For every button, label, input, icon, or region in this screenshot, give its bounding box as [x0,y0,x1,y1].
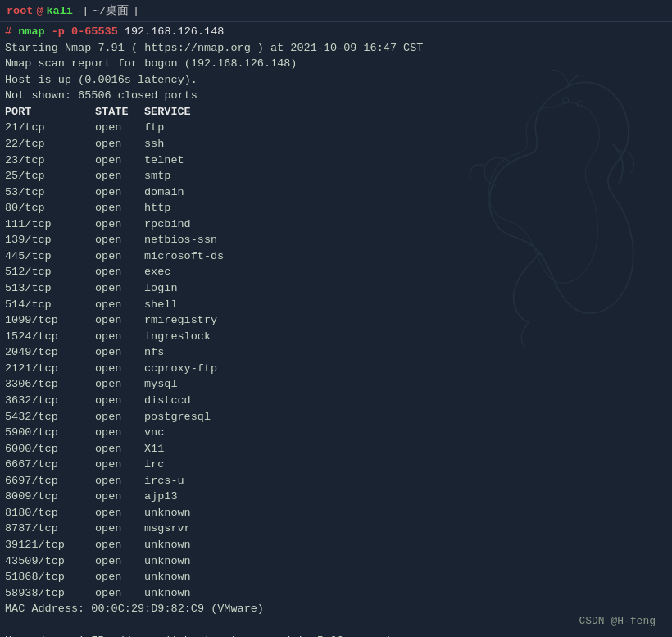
service-cell: ircs-u [144,473,667,489]
state-cell: open [95,184,144,201]
service-cell: vnc [144,425,667,441]
csdn-watermark: CSDN @H-feng [579,615,656,627]
service-cell: distccd [144,393,667,409]
blank-line [5,617,667,634]
service-cell: unknown [144,505,667,521]
host-up-line: Host is up (0.0016s latency). [5,72,667,89]
state-cell: open [95,200,144,216]
port-cell: 25/tcp [5,168,95,184]
service-cell: unknown [144,537,667,553]
state-cell: open [95,248,144,265]
command-nmap: nmap [18,24,44,40]
not-shown-line: Not shown: 65506 closed ports [5,88,667,104]
service-cell: unknown [144,585,667,602]
state-cell: open [95,585,144,602]
service-cell: exec [144,264,667,280]
port-cell: 5432/tcp [5,409,95,425]
port-cell: 445/tcp [5,248,95,265]
port-table-header: PORT STATE SERVICE [5,104,667,121]
state-cell: open [95,393,144,409]
starting-line: Starting Nmap 7.91 ( https://nmap.org ) … [5,40,667,57]
service-cell: unknown [144,569,667,585]
flag-p: -p 0-65535 [52,24,118,40]
port-cell: 23/tcp [5,152,95,169]
service-cell: telnet [144,152,667,169]
port-cell: 1099/tcp [5,312,95,329]
port-cell: 58938/tcp [5,585,95,602]
state-cell: open [95,232,144,248]
port-cell: 1524/tcp [5,329,95,345]
report-line: Nmap scan report for bogon (192.168.126.… [5,56,667,72]
state-cell: open [95,280,144,297]
service-cell: login [144,280,667,297]
port-cell: 8009/tcp [5,489,95,505]
service-cell: http [144,200,667,216]
port-cell: 111/tcp [5,216,95,233]
port-cell: 3632/tcp [5,393,95,409]
service-cell: microsoft-ds [144,248,667,265]
service-cell: unknown [144,553,667,570]
state-cell: open [95,136,144,152]
port-cell: 8180/tcp [5,505,95,521]
service-cell: ajp13 [144,489,667,505]
state-cell: open [95,264,144,280]
port-cell: 80/tcp [5,200,95,216]
port-cell: 6667/tcp [5,457,95,473]
service-cell: msgsrvr [144,521,667,537]
service-cell: netbios-ssn [144,232,667,248]
service-cell: shell [144,297,667,313]
state-header: STATE [95,104,144,121]
service-cell: ingreslock [144,329,667,345]
target-ip: 192.168.126.148 [125,24,225,40]
port-cell: 6697/tcp [5,473,95,489]
state-cell: open [95,409,144,425]
state-cell: open [95,537,144,553]
title-kali: kali [47,5,73,17]
port-cell: 512/tcp [5,264,95,280]
title-path: ~/桌面 [93,3,129,18]
title-root: root [7,5,33,17]
mac-text: MAC Address: 00:0C:29:D9:82:C9 (VMware) [5,601,264,617]
title-bracket-close: ] [132,5,138,17]
prompt-hash: # [5,24,11,40]
state-cell: open [95,297,144,313]
service-cell: postgresql [144,409,667,425]
service-cell: smtp [144,168,667,184]
title-at-symbol: @ [36,5,43,17]
port-cell: 139/tcp [5,232,95,248]
state-cell: open [95,505,144,521]
service-cell: mysql [144,376,667,393]
state-cell: open [95,329,144,345]
command-line[interactable]: # nmap -p 0-65535 192.168.126.148 [5,24,667,40]
port-cell: 3306/tcp [5,376,95,393]
state-cell: open [95,553,144,570]
port-header: PORT [5,104,95,121]
port-cell: 39121/tcp [5,537,95,553]
mac-line: MAC Address: 00:0C:29:D9:82:C9 (VMware) [5,601,667,617]
service-cell: X11 [144,441,667,457]
port-cell: 2049/tcp [5,344,95,361]
service-cell: rpcbind [144,216,667,233]
service-header: SERVICE [144,104,667,121]
service-cell: domain [144,184,667,201]
state-cell: open [95,120,144,136]
state-cell: open [95,168,144,184]
service-cell: rmiregistry [144,312,667,329]
port-cell: 22/tcp [5,136,95,152]
done-text: Nmap done: 1 IP address (1 host up) scan… [5,633,397,637]
state-cell: open [95,344,144,361]
terminal-window: root@kali-[~/桌面] # nmap -p 0-65535 192.1… [0,0,672,637]
service-cell: ftp [144,120,667,136]
port-cell: 21/tcp [5,120,95,136]
report-text: Nmap scan report for bogon (192.168.126.… [5,56,297,72]
port-cell: 6000/tcp [5,441,95,457]
state-cell: open [95,521,144,537]
port-cell: 53/tcp [5,184,95,201]
host-up-text: Host is up (0.0016s latency). [5,72,198,89]
service-cell: ssh [144,136,667,152]
port-cell: 514/tcp [5,297,95,313]
state-cell: open [95,152,144,169]
state-cell: open [95,312,144,329]
title-bracket-open: -[ [76,5,89,17]
done-line: Nmap done: 1 IP address (1 host up) scan… [5,633,667,637]
